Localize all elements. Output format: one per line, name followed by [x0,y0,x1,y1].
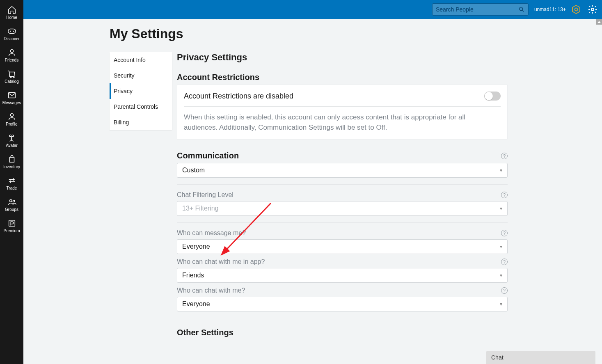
communication-heading: Communication [177,151,239,160]
restriction-description: When this setting is enabled, this accou… [184,112,501,133]
account-restrictions-card: Account Restrictions are disabled When t… [177,85,508,140]
avatar-icon [7,133,16,142]
search-icon [518,6,525,13]
chat-dock[interactable]: Chat [486,351,595,364]
nav-label: Discover [4,37,20,41]
help-icon[interactable]: ? [501,192,508,198]
svg-point-11 [520,7,523,11]
top-header: unmad11: 13+ [0,0,602,19]
nav-groups[interactable]: Groups [0,194,23,215]
friends-icon [7,48,16,57]
premium-icon [7,219,16,228]
nav-label: Profile [6,122,17,126]
catalog-icon [7,69,16,78]
chevron-down-icon: ▾ [500,206,502,211]
select-value: Friends [182,272,204,279]
search-box[interactable] [432,3,529,16]
scroll-up-indicator[interactable] [596,19,602,25]
nav-home[interactable]: Home [0,2,23,23]
svg-rect-6 [8,92,15,98]
nav-premium[interactable]: Premium [0,215,23,236]
who-chat-select[interactable]: Everyone ▾ [177,297,508,311]
nav-messages[interactable]: Messages [0,87,23,108]
who-message-label: Who can message me? [177,229,246,237]
nav-label: Messages [2,101,21,105]
svg-marker-12 [572,5,580,14]
restriction-toggle[interactable] [484,92,501,101]
nav-avatar[interactable]: Avatar [0,130,23,151]
select-value: Custom [182,167,205,174]
help-icon[interactable]: ? [501,230,508,236]
nav-label: Premium [3,229,20,233]
section-privacy-title: Privacy Settings [177,52,508,63]
svg-point-4 [10,76,11,78]
nav-inventory[interactable]: Inventory [0,151,23,172]
user-age-label: unmad11: 13+ [534,7,566,12]
left-sidebar: Home Discover Friends Catalog Messages P… [0,0,23,364]
chevron-down-icon: ▾ [500,167,502,173]
nav-label: Inventory [3,165,20,169]
page-title: My Settings [110,26,508,41]
who-chat-label: Who can chat with me? [177,287,245,294]
robux-icon[interactable] [571,4,581,15]
tab-account-info[interactable]: Account Info [110,52,172,68]
settings-gear-icon[interactable] [587,4,598,15]
chat-filter-select[interactable]: 13+ Filtering ▾ [177,201,508,216]
profile-icon [7,112,16,121]
nav-label: Friends [5,58,18,62]
svg-point-2 [13,30,14,32]
nav-label: Catalog [5,79,18,84]
messages-icon [7,91,16,100]
nav-label: Avatar [6,143,18,148]
restriction-status: Account Restrictions are disabled [184,92,293,101]
chat-filter-label: Chat Filtering Level [177,191,233,199]
who-chat-app-select[interactable]: Friends ▾ [177,268,508,283]
settings-tabs: Account Info Security Privacy Parental C… [110,52,172,130]
select-value: 13+ Filtering [182,205,219,212]
svg-point-13 [575,8,578,11]
svg-rect-10 [9,220,15,226]
svg-point-9 [13,200,15,202]
groups-icon [7,197,16,206]
svg-rect-0 [8,29,15,33]
svg-point-3 [10,49,13,52]
chat-label: Chat [491,354,504,361]
trade-icon [7,176,16,185]
nav-profile[interactable]: Profile [0,108,23,130]
home-icon [7,5,16,14]
help-icon[interactable]: ? [501,287,508,294]
svg-point-7 [10,113,13,116]
svg-point-1 [9,30,11,32]
communication-select[interactable]: Custom ▾ [177,163,508,178]
inventory-icon [7,155,16,164]
svg-point-5 [13,76,14,78]
main-content: My Settings Account Info Security Privac… [23,19,602,364]
help-icon[interactable]: ? [501,259,508,265]
chevron-down-icon: ▾ [500,244,502,250]
who-chat-app-label: Who can chat with me in app? [177,258,265,266]
tab-billing[interactable]: Billing [110,114,172,130]
chevron-down-icon: ▾ [500,272,502,278]
account-restrictions-heading: Account Restrictions [177,73,508,82]
select-value: Everyone [182,243,210,250]
tab-privacy[interactable]: Privacy [110,83,172,99]
nav-trade[interactable]: Trade [0,172,23,194]
nav-label: Trade [7,186,17,190]
other-settings-heading: Other Settings [177,328,233,337]
heading-text: Account Restrictions [177,73,259,82]
help-icon[interactable]: ? [501,153,508,159]
nav-label: Home [6,15,17,20]
search-input[interactable] [436,6,518,13]
tab-parental-controls[interactable]: Parental Controls [110,99,172,114]
svg-point-14 [591,8,594,11]
select-value: Everyone [182,300,210,308]
nav-friends[interactable]: Friends [0,44,23,66]
svg-point-8 [9,199,12,202]
nav-discover[interactable]: Discover [0,23,23,44]
who-message-select[interactable]: Everyone ▾ [177,239,508,254]
discover-icon [7,27,16,36]
nav-label: Groups [5,207,18,212]
tab-security[interactable]: Security [110,68,172,83]
chevron-down-icon: ▾ [500,301,502,307]
nav-catalog[interactable]: Catalog [0,66,23,87]
